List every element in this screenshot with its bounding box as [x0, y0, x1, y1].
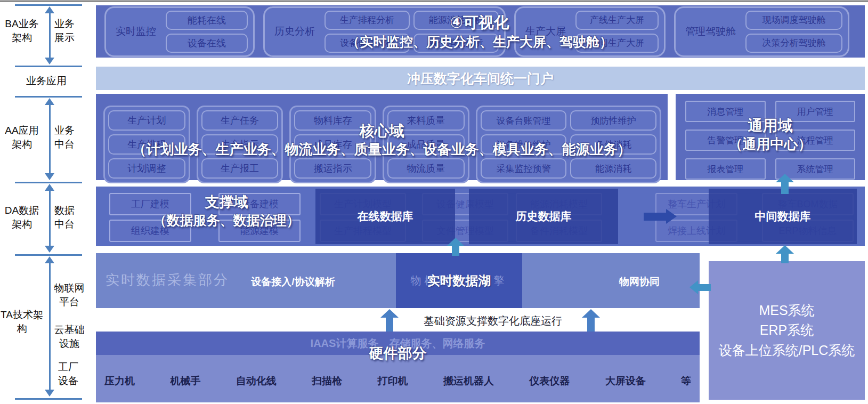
visualization-panel: 实时监控 能耗在线 设备在线 历史分析 生产排程分析 能源消耗分析 设备健康分析…	[96, 5, 865, 58]
external-systems-box: MES系统 ERP系统 设备上位系统/PLC系统	[709, 261, 865, 400]
core-overlay-title: 核心域 （计划业务、生产业务、物流业务、质量业务、设备业务、模具业务、能源业务）	[96, 122, 668, 159]
overlay-line2: （计划业务、生产业务、物流业务、质量业务、设备业务、模具业务、能源业务）	[96, 141, 668, 159]
portal-banner-text: 冲压数字化车间统一门户	[407, 70, 554, 87]
overlay-line1: 通用域	[676, 116, 865, 135]
common-domain-panel: 消息管理 用户管理 告警管理 流程管理 报表管理 系统管理 通用域 （通用中心）	[676, 94, 865, 180]
rail-label-iot-platform: 物联网平台	[52, 281, 87, 309]
data-collection-title: 实时数据采集部分	[106, 271, 229, 289]
hardware-item: 自动化线	[236, 374, 277, 388]
right-arrow-icon	[644, 209, 677, 224]
history-database-box: 历史数据库	[469, 189, 618, 244]
hardware-item: 机械手	[170, 374, 200, 388]
rail-label-da: DA数据架构	[0, 204, 44, 231]
core-item: 计划调整	[108, 158, 185, 179]
hardware-item: 大屏设备	[605, 374, 646, 388]
rail-label-ta: TA技术架构	[0, 308, 44, 335]
rail-separator	[15, 4, 82, 6]
support-overlay-title: 支撑域 （数据服务、数据治理）	[101, 193, 352, 229]
iot-collaboration-label: 物网协同	[575, 275, 703, 289]
realtime-data-lake-label: 实时数据湖	[396, 253, 522, 308]
overlay-line2: （数据服务、数据治理）	[101, 212, 352, 229]
hardware-panel: IAAS计算服务、存储服务、网络服务 硬件部分 压力机 机械手 自动化线 扫描枪…	[96, 332, 700, 402]
hardware-items-row: 压力机 机械手 自动化线 扫描枪 打印机 搬运机器人 仪表仪器 大屏设备 等	[104, 374, 691, 388]
up-arrow-icon	[776, 245, 794, 263]
hardware-item: 扫描枪	[312, 374, 342, 388]
middle-database-box: 中间数据库	[709, 189, 857, 244]
up-arrow-icon	[447, 238, 465, 256]
hardware-item: 等	[681, 374, 691, 388]
left-arrow-icon	[689, 280, 711, 294]
plc-system-label: 设备上位系统/PLC系统	[719, 341, 855, 361]
overlay-line2: （实时监控、历史分析、生产大屏、驾驶舱）	[213, 33, 746, 51]
rail-label-ba-right: 业务展示	[52, 17, 77, 44]
core-item: 生产报工	[201, 158, 279, 179]
group-label: 实时监控	[111, 25, 160, 38]
rail-separator	[15, 254, 82, 256]
up-arrow-icon	[582, 309, 600, 332]
viz-overlay-title: ④可视化 （实时监控、历史分析、生产大屏、驾驶舱）	[213, 13, 746, 50]
rail-label-aa: AA应用架构	[0, 124, 44, 151]
rail-separator	[15, 398, 82, 400]
erp-system-label: ERP系统	[760, 320, 814, 341]
hardware-item: 压力机	[104, 374, 135, 388]
realtime-data-lake-box: 物模型数据引擎 实时数据湖	[396, 253, 522, 308]
rail-separator	[15, 182, 82, 183]
core-item: 采集监控预警	[481, 158, 567, 179]
data-collection-panel: 实时数据采集部分 设备接入/协议解析 物模型数据引擎 实时数据湖 物网协同	[96, 253, 700, 308]
mes-system-label: MES系统	[759, 301, 814, 321]
rail-label-ba: BA业务架构	[0, 17, 44, 44]
core-item: 物流质量	[387, 158, 465, 179]
up-arrow-icon	[380, 309, 399, 332]
viz-item: 决策分析驾驶舱	[745, 34, 842, 53]
overlay-line1: 硬件部分	[96, 344, 700, 363]
rail-separator	[15, 96, 82, 98]
common-overlay-title: 通用域 （通用中心）	[676, 116, 865, 153]
hardware-overlay-title: 硬件部分	[96, 344, 700, 363]
rail-label-cloud-infra: 云基础设施	[52, 323, 87, 350]
rail-label-da-right: 数据中台	[52, 204, 77, 231]
hardware-item: 搬运机器人	[443, 374, 494, 388]
device-access-label: 设备接入/协议解析	[234, 275, 352, 289]
hardware-item: 打印机	[378, 374, 408, 388]
core-item: 搬运指示	[294, 158, 371, 179]
core-item: 能源消耗	[570, 158, 656, 179]
rail-label-biz-app: 业务应用	[12, 74, 81, 88]
rail-label-aa-right: 业务中台	[52, 124, 77, 151]
foundation-caption: 基础资源支撑数字化底座运行	[405, 314, 581, 328]
top-divider	[0, 0, 868, 2]
overlay-line1: 支撑域	[101, 193, 352, 212]
rail-separator	[15, 66, 82, 67]
overlay-line2: （通用中心）	[676, 135, 865, 153]
support-domain-panel: 工厂建模 设备建模 组织建模 能源建模 生产计划模型 设备健康模型 能源消耗模型…	[96, 187, 865, 246]
common-item: 报表管理	[685, 158, 766, 180]
architecture-diagram: BA业务架构 业务展示 业务应用 AA应用架构 业务中台 DA数据架构 数据中台…	[0, 0, 868, 404]
rail-label-factory-equip: 工厂设备	[54, 360, 82, 387]
hardware-item: 仪表仪器	[529, 374, 570, 388]
overlay-line1: 核心域	[96, 122, 668, 141]
up-arrow-icon	[776, 174, 794, 194]
viz-item: 现场调度驾驶舱	[745, 11, 842, 30]
core-domain-panel: 生产计划 生产排程 计划调整 生产任务 生产指示 生产报工 物料库存 成品库存 …	[96, 94, 668, 180]
portal-banner: 冲压数字化车间统一门户	[96, 67, 865, 90]
overlay-line1: ④可视化	[213, 13, 746, 33]
